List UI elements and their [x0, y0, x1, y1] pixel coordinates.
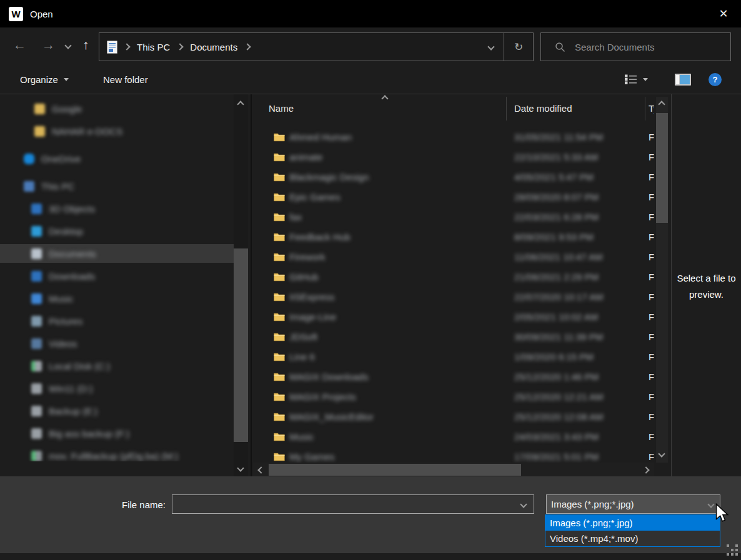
horizontal-scrollbar[interactable] [253, 463, 654, 477]
sidebar-item[interactable]: Win11 (D:) [0, 379, 234, 398]
file-date-modified: 25/12/2020 12:21 AM [514, 391, 604, 402]
file-row[interactable]: MAGIX Projects 25/12/2020 12:21 AM File … [253, 387, 654, 407]
search-input[interactable] [574, 41, 720, 53]
breadcrumb-documents[interactable]: Documents [189, 42, 238, 52]
preview-pane: Select a file to preview. [671, 94, 741, 477]
file-name: animate [289, 152, 322, 162]
folder-icon [274, 392, 285, 402]
column-header-type[interactable]: Type [649, 103, 654, 114]
column-header-name[interactable]: Name [269, 103, 294, 114]
document-icon [107, 41, 117, 54]
resize-grip-icon[interactable] [727, 544, 738, 556]
sidebar-item[interactable]: Music [0, 289, 234, 308]
file-row[interactable]: Line 6 1/09/2020 6:15 PM File folder [253, 347, 654, 367]
file-row[interactable]: animate 22/10/2021 5:33 AM File folder [253, 147, 654, 167]
scroll-right-icon[interactable] [642, 466, 649, 473]
file-row[interactable]: MAGIX_MusicEditor 25/12/2020 12:08 AM Fi… [253, 407, 654, 427]
sidebar-item[interactable]: This PC [0, 177, 234, 195]
sidebar-item-icon [31, 293, 42, 304]
file-date-modified: 25/12/2020 1:46 PM [514, 371, 599, 382]
sidebar-scrollbar[interactable] [234, 94, 248, 477]
word-app-icon: W [9, 7, 23, 21]
file-row[interactable]: Ahmed Human 31/05/2021 11:54 PM File fol… [253, 127, 654, 147]
preview-pane-button[interactable] [675, 65, 691, 94]
scroll-down-icon[interactable] [237, 464, 244, 471]
sidebar-item[interactable]: Local Disk (C:) [0, 356, 234, 375]
sidebar-item[interactable]: Videos [0, 334, 234, 353]
file-row[interactable]: Epic Games 28/09/2020 8:07 PM File folde… [253, 187, 654, 207]
sidebar-item[interactable]: NAHAR e-DOCS [0, 122, 234, 140]
sidebar-item[interactable]: 3D Objects [0, 199, 234, 218]
scroll-up-icon[interactable] [237, 101, 244, 107]
sidebar-item-icon [24, 154, 34, 164]
up-button[interactable]: ↑ [82, 38, 89, 51]
file-row[interactable]: IISExpress 22/07/2020 10:17 AM File fold… [253, 287, 654, 307]
file-name-combobox[interactable] [172, 494, 534, 514]
folder-icon [274, 172, 285, 182]
sidebar-item[interactable]: OneDrive [0, 149, 234, 168]
scroll-up-icon[interactable] [658, 101, 665, 107]
close-button[interactable]: ✕ [714, 5, 733, 22]
search-box[interactable] [540, 32, 731, 61]
dropdown-option-label: Images (*.png;*.jpg) [550, 518, 633, 528]
sidebar-item[interactable]: Pictures [0, 312, 234, 330]
sidebar-item-icon [31, 406, 42, 416]
sidebar-item[interactable]: Backup (E:) [0, 401, 234, 420]
file-type: File folder [649, 371, 654, 382]
file-row[interactable]: Image-Line 2/05/2021 10:02 AM File folde… [253, 307, 654, 327]
dropdown-option[interactable]: Images (*.png;*.jpg) [545, 515, 720, 531]
sidebar-item[interactable]: Downloads [0, 267, 234, 285]
scrollbar-thumb[interactable] [656, 113, 668, 223]
address-bar[interactable]: This PC Documents ↻ [99, 32, 534, 61]
file-date-modified: 1/09/2020 6:15 PM [514, 351, 594, 362]
organize-button[interactable]: Organize [20, 65, 69, 94]
file-rows: Ahmed Human 31/05/2021 11:54 PM File fol… [253, 127, 654, 463]
sidebar-item-icon [31, 338, 42, 349]
sidebar-item[interactable]: Big ass backup (F:) [0, 424, 234, 443]
file-type-dropdown: Images (*.png;*.jpg) Videos (*.mp4;*.mov… [545, 514, 720, 547]
list-scrollbar[interactable] [656, 97, 668, 463]
file-row[interactable]: Firework 11/06/2021 10:47 AM File folder [253, 247, 654, 267]
help-button[interactable]: ? [709, 65, 722, 94]
scrollbar-thumb[interactable] [234, 248, 248, 442]
file-row[interactable]: Music 24/03/2021 3:43 PM File folder [253, 427, 654, 447]
scroll-down-icon[interactable] [658, 450, 665, 457]
new-folder-button[interactable]: New folder [103, 65, 148, 94]
file-type: File folder [649, 172, 654, 182]
file-row[interactable]: JDSoft 30/09/2021 11:39 PM File folder [253, 327, 654, 347]
column-headers: Name Date modified Type [253, 94, 654, 127]
sidebar-item-label: Videos [49, 338, 77, 349]
main-area: Google NAHAR e-DOCS OneDrive This PC 3D … [0, 94, 741, 476]
file-name-input[interactable] [176, 496, 510, 513]
column-divider[interactable] [506, 97, 507, 120]
address-dropdown-button[interactable] [479, 33, 504, 61]
scrollbar-thumb[interactable] [269, 464, 521, 476]
folder-icon [274, 432, 285, 442]
refresh-button[interactable]: ↻ [504, 33, 533, 61]
recent-locations-chevron-icon[interactable] [64, 42, 71, 49]
column-header-date-modified[interactable]: Date modified [514, 103, 572, 114]
views-button[interactable] [625, 65, 648, 94]
file-row[interactable]: Feedback Hub 8/09/2021 9:53 PM File fold… [253, 227, 654, 247]
sidebar-item[interactable]: mov. FullBackup (pfDg.ba) (M:) [0, 446, 234, 461]
file-row[interactable]: MAGIX Downloads 25/12/2020 1:46 PM File … [253, 367, 654, 387]
sidebar-item-label: Local Disk (C:) [49, 361, 110, 371]
forward-button[interactable]: → [42, 38, 55, 51]
breadcrumb-this-pc[interactable]: This PC [136, 42, 171, 52]
sidebar-item[interactable]: Google [0, 99, 234, 118]
file-type-combobox[interactable]: Images (*.png;*.jpg) [546, 494, 720, 514]
back-button[interactable]: ← [13, 38, 26, 51]
folder-icon [274, 192, 285, 202]
file-type: File folder [649, 132, 654, 142]
scroll-left-icon[interactable] [257, 466, 264, 473]
sidebar-item[interactable]: Documents [0, 244, 234, 263]
help-icon: ? [709, 73, 722, 86]
dropdown-option[interactable]: Videos (*.mp4;*.mov) [545, 531, 720, 546]
file-row[interactable]: My Games 17/09/2021 5:01 PM File folder [253, 447, 654, 463]
file-date-modified: 22/10/2021 5:33 AM [514, 152, 598, 162]
file-row[interactable]: GitHub 21/06/2021 2:29 PM File folder [253, 267, 654, 287]
file-row[interactable]: Blackmagic Design 4/05/2021 5:47 PM File… [253, 167, 654, 187]
column-divider[interactable] [645, 97, 645, 120]
file-row[interactable]: fax 22/03/2021 6:28 PM File folder [253, 207, 654, 227]
sidebar-item[interactable]: Desktop [0, 222, 234, 240]
